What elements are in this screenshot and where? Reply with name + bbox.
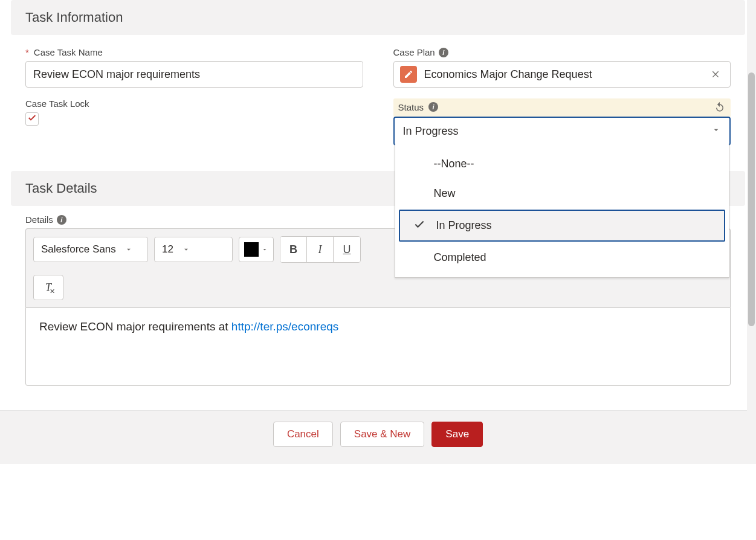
- clear-formatting-button[interactable]: T✕: [33, 275, 63, 300]
- status-option-completed[interactable]: Completed: [398, 243, 727, 272]
- status-select[interactable]: In Progress --None-- New In Progress Com…: [393, 117, 731, 146]
- close-icon[interactable]: [707, 65, 724, 84]
- section-task-info-header: Task Information: [11, 0, 745, 35]
- undo-icon[interactable]: [714, 101, 726, 113]
- status-option-inprogress[interactable]: In Progress: [399, 210, 726, 242]
- info-icon[interactable]: i: [439, 48, 448, 57]
- footer-bar: Cancel Save & New Save: [0, 410, 756, 464]
- required-asterisk: *: [25, 47, 29, 57]
- save-button[interactable]: Save: [431, 422, 483, 447]
- rte-size-select[interactable]: 12: [154, 237, 233, 262]
- rte-style-group: B I U: [280, 236, 361, 263]
- scrollbar-thumb[interactable]: [748, 72, 755, 326]
- chevron-down-icon: [182, 245, 190, 254]
- case-task-name-input[interactable]: [25, 61, 363, 88]
- status-value: In Progress: [403, 125, 459, 138]
- underline-button[interactable]: U: [334, 237, 360, 262]
- label-case-task-name: * Case Task Name: [25, 47, 363, 57]
- status-dropdown-panel: --None-- New In Progress Completed: [395, 144, 730, 278]
- rte-color-picker[interactable]: [239, 237, 274, 262]
- pencil-icon: [400, 66, 417, 83]
- italic-button[interactable]: I: [307, 237, 334, 262]
- info-icon[interactable]: i: [57, 215, 66, 225]
- info-icon[interactable]: i: [428, 102, 438, 112]
- chevron-down-icon: [261, 246, 268, 253]
- save-and-new-button[interactable]: Save & New: [340, 422, 425, 447]
- field-case-task-name: * Case Task Name: [25, 47, 363, 88]
- details-text: Review ECON major requirements at: [39, 320, 231, 333]
- check-icon: [413, 218, 425, 233]
- bold-button[interactable]: B: [280, 237, 307, 262]
- field-case-task-lock: Case Task Lock: [25, 98, 363, 146]
- case-plan-lookup[interactable]: Economics Major Change Request: [393, 61, 731, 88]
- chevron-down-icon: [124, 245, 133, 254]
- field-case-plan: Case Plan i Economics Major Change Reque…: [393, 47, 731, 88]
- cancel-button[interactable]: Cancel: [273, 422, 333, 447]
- status-option-new[interactable]: New: [398, 179, 727, 208]
- case-task-lock-checkbox[interactable]: [25, 112, 39, 126]
- label-case-task-lock: Case Task Lock: [25, 98, 363, 109]
- case-plan-value: Economics Major Change Request: [424, 68, 700, 81]
- scrollbar-track[interactable]: [747, 0, 756, 464]
- label-case-plan: Case Plan i: [393, 47, 731, 57]
- details-link[interactable]: http://ter.ps/econreqs: [231, 320, 338, 333]
- chevron-down-icon: [711, 125, 721, 138]
- label-status: Status: [398, 102, 424, 112]
- rte-font-select[interactable]: Salesforce Sans: [33, 237, 148, 262]
- check-icon: [27, 113, 37, 125]
- field-status: Status i In Progress --None-- New: [393, 98, 731, 146]
- details-editor[interactable]: Review ECON major requirements at http:/…: [25, 307, 731, 386]
- status-option-none[interactable]: --None--: [398, 149, 727, 179]
- color-swatch-icon: [244, 242, 259, 257]
